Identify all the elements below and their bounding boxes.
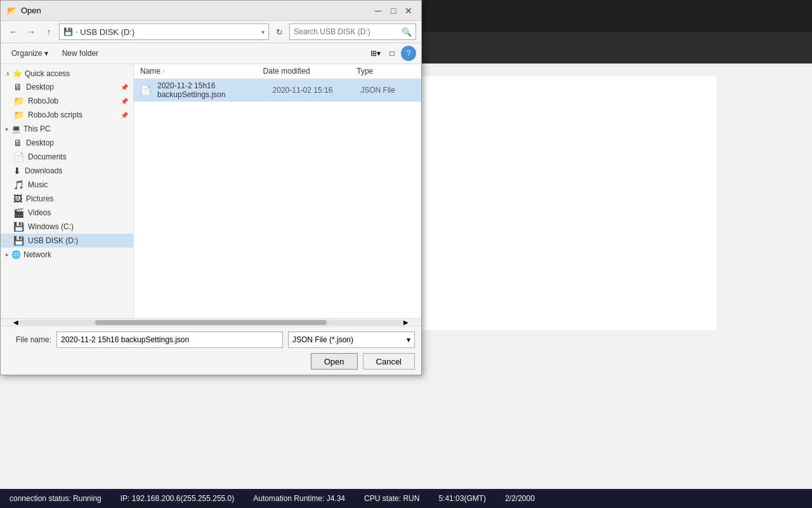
filename-input[interactable] — [56, 331, 283, 348]
search-input[interactable] — [294, 27, 399, 36]
address-dropdown-arrow: ▾ — [261, 29, 265, 36]
col-type-label: Type — [357, 67, 373, 76]
col-header-type[interactable]: Type — [357, 67, 415, 76]
sidebar-item-usb-disk-d[interactable]: 💾 USB DISK (D:) — [1, 234, 133, 248]
sidebar-network-header[interactable]: ▸ 🌐 Network — [1, 248, 133, 262]
preview-button[interactable]: □ — [384, 46, 400, 61]
sidebar-item-desktop-pc[interactable]: 🖥 Desktop — [1, 136, 133, 150]
desktop-pc-label: Desktop — [26, 138, 54, 147]
status-bar: connection status: Running IP: 192.168.2… — [0, 489, 812, 508]
sidebar-item-music[interactable]: 🎵 Music — [1, 178, 133, 192]
ip-value: 192.168.200.6(255.255.255.0) — [132, 494, 234, 503]
connection-status: connection status: Running — [10, 494, 102, 503]
automation-value: J4.34 — [327, 494, 345, 503]
windows-c-label: Windows (C:) — [28, 222, 74, 231]
videos-label: Videos — [28, 208, 51, 217]
dialog-titlebar: 📂 Open ─ □ ✕ — [1, 1, 421, 21]
desktop-pinned-label: Desktop — [26, 83, 54, 91]
search-bar[interactable]: 🔍 — [289, 23, 416, 40]
music-icon: 🎵 — [13, 180, 24, 190]
back-button[interactable]: ← — [6, 24, 21, 39]
minimize-button[interactable]: ─ — [372, 4, 384, 17]
desktop-pin-icon: 📌 — [121, 84, 128, 91]
address-path-text: USB DISK (D:) — [80, 27, 134, 37]
dialog-body: ∧ ⭐ Quick access 🖥 Desktop 📌 📁 RoboJob 📌… — [1, 64, 421, 318]
col-header-date[interactable]: Date modified — [263, 67, 351, 76]
date-status: 2/2/2000 — [505, 494, 535, 503]
view-options: ⊞ ▾ □ ? — [368, 46, 416, 61]
scroll-left-btn[interactable]: ◀ — [13, 319, 18, 326]
sidebar-item-documents[interactable]: 📄 Documents — [1, 150, 133, 164]
view-arrow-icon: ▾ — [377, 49, 381, 58]
file-open-dialog: 📂 Open ─ □ ✕ ← → ↑ 💾 › USB DISK (D:) ▾ ↻… — [0, 0, 422, 375]
sidebar-item-robojob-scripts[interactable]: 📁 RoboJob scripts 📌 — [1, 108, 133, 122]
horizontal-scrollbar[interactable]: ◀ ▶ — [1, 318, 421, 326]
new-folder-label: New folder — [62, 49, 98, 58]
scroll-right-btn[interactable]: ▶ — [403, 319, 409, 326]
address-path-arrow: › — [75, 29, 77, 36]
network-label: Network — [23, 250, 51, 259]
sidebar-item-downloads[interactable]: ⬇ Downloads — [1, 164, 133, 178]
thispc-icon: 💻 — [11, 124, 21, 133]
filename-label: File name: — [7, 335, 51, 344]
desktop-pc-icon: 🖥 — [13, 138, 22, 148]
filetype-dropdown-label: JSON File (*.json) — [292, 335, 353, 344]
desktop-pinned-icon: 🖥 — [13, 82, 22, 92]
sidebar-item-windows-c[interactable]: 💾 Windows (C:) — [1, 220, 133, 234]
cancel-button[interactable]: Cancel — [363, 353, 415, 370]
scrollbar-thumb[interactable] — [95, 320, 326, 325]
maximize-button[interactable]: □ — [387, 4, 400, 17]
robojob-scripts-label: RoboJob scripts — [28, 110, 82, 119]
windows-c-icon: 💾 — [13, 222, 24, 232]
scrollbar-track[interactable] — [18, 320, 403, 325]
address-path-icon: 💾 — [63, 27, 73, 36]
cpu-status: CPU state: RUN — [364, 494, 419, 503]
column-headers: Name ↑ Date modified Type — [134, 64, 421, 79]
new-folder-button[interactable]: New folder — [56, 46, 104, 60]
connection-label: connection status: — [10, 494, 71, 503]
footer-filename-row: File name: JSON File (*.json) ▾ — [7, 331, 415, 348]
up-button[interactable]: ↑ — [41, 24, 56, 39]
dialog-title-text: Open — [21, 6, 372, 15]
ip-label: IP: — [121, 494, 130, 503]
connection-value: Running — [73, 494, 102, 503]
organize-button[interactable]: Organize ▾ — [6, 46, 54, 60]
filetype-dropdown[interactable]: JSON File (*.json) ▾ — [288, 331, 415, 348]
dialog-titlebar-buttons: ─ □ ✕ — [372, 4, 415, 17]
pictures-icon: 🖼 — [13, 194, 22, 204]
cpu-label: CPU state: — [364, 494, 401, 503]
sidebar-quickaccess-header[interactable]: ∧ ⭐ Quick access — [1, 67, 133, 80]
thispc-label: This PC — [23, 124, 51, 133]
sidebar-item-pictures[interactable]: 🖼 Pictures — [1, 192, 133, 206]
col-name-label: Name — [140, 67, 160, 76]
robojob-pin-icon: 📌 — [121, 98, 128, 105]
open-button[interactable]: Open — [311, 353, 358, 370]
music-label: Music — [28, 180, 48, 189]
sidebar-thispc-header[interactable]: ▸ 💻 This PC — [1, 122, 133, 136]
col-sort-arrow-icon: ↑ — [162, 69, 166, 75]
address-bar[interactable]: 💾 › USB DISK (D:) ▾ — [59, 23, 269, 40]
pictures-label: Pictures — [26, 194, 53, 203]
help-button[interactable]: ? — [401, 46, 416, 61]
forward-button[interactable]: → — [23, 24, 39, 39]
downloads-label: Downloads — [25, 166, 62, 175]
col-header-name[interactable]: Name ↑ — [140, 67, 257, 76]
organize-label: Organize — [11, 49, 43, 58]
sidebar-item-robojob[interactable]: 📁 RoboJob 📌 — [1, 94, 133, 108]
videos-icon: 🎬 — [13, 208, 24, 218]
sidebar-item-videos[interactable]: 🎬 Videos — [1, 206, 133, 220]
time-status: 5:41:03(GMT) — [438, 494, 486, 503]
col-date-label: Date modified — [263, 67, 310, 76]
refresh-button[interactable]: ↻ — [272, 24, 287, 39]
file-row-date: 2020-11-02 15:16 — [273, 86, 355, 95]
view-mode-button[interactable]: ⊞ ▾ — [368, 46, 383, 61]
cpu-value: RUN — [403, 494, 419, 503]
file-row[interactable]: 📄 2020-11-2 15h16 backupSettings.json 20… — [134, 79, 421, 102]
sidebar-item-desktop-pinned[interactable]: 🖥 Desktop 📌 — [1, 80, 133, 94]
robojob-icon: 📁 — [13, 96, 24, 106]
file-content-area: Name ↑ Date modified Type 📄 2020-11-2 15… — [134, 64, 421, 318]
network-collapse-arrow: ▸ — [6, 251, 9, 258]
filetype-dropdown-arrow-icon: ▾ — [407, 335, 410, 344]
network-icon: 🌐 — [11, 250, 21, 259]
close-dialog-button[interactable]: ✕ — [402, 4, 415, 17]
